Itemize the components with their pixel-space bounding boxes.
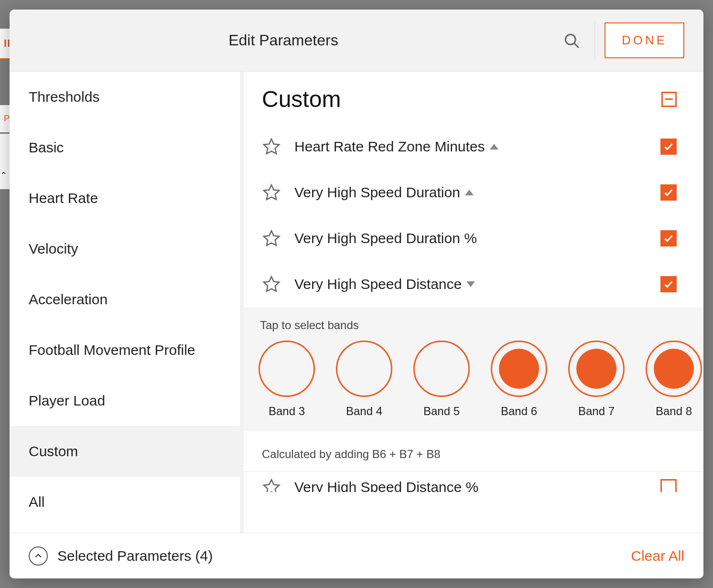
star-icon bbox=[262, 478, 281, 492]
star-icon bbox=[262, 229, 281, 248]
calculation-note: Calculated by adding B6 + B7 + B8 bbox=[244, 434, 703, 472]
sidebar-item-acceleration[interactable]: Acceleration bbox=[10, 274, 240, 325]
parameter-checkbox[interactable] bbox=[660, 139, 677, 155]
sidebar-item-custom[interactable]: Custom bbox=[10, 426, 240, 477]
footer-bar: Selected Parameters (4) Clear All bbox=[10, 533, 703, 578]
search-icon bbox=[563, 32, 580, 49]
section-header: Custom bbox=[244, 72, 703, 124]
band-label: Band 3 bbox=[269, 405, 305, 418]
sidebar-item-thresholds[interactable]: Thresholds bbox=[10, 72, 240, 122]
section-title: Custom bbox=[262, 86, 341, 112]
svg-point-0 bbox=[565, 34, 575, 44]
content-pane: Custom Heart Rate Red Zone Minutes Very … bbox=[244, 72, 703, 533]
sidebar-item-player-load[interactable]: Player Load bbox=[10, 375, 240, 426]
parameter-checkbox[interactable] bbox=[660, 479, 677, 492]
header-divider bbox=[594, 22, 595, 59]
band-circle bbox=[491, 341, 547, 397]
parameter-checkbox[interactable] bbox=[660, 230, 677, 246]
sidebar-item-football-movement-profile[interactable]: Football Movement Profile bbox=[10, 325, 240, 375]
sort-down-icon bbox=[466, 281, 475, 287]
clear-all-button[interactable]: Clear All bbox=[631, 548, 684, 564]
band-circle bbox=[568, 341, 625, 397]
bands-panel: Tap to select bands Band 3 Band 4 Band 5… bbox=[244, 307, 703, 431]
sidebar-item-heart-rate[interactable]: Heart Rate bbox=[10, 173, 240, 224]
edit-parameters-modal: Edit Parameters DONE Thresholds Basic He… bbox=[10, 10, 703, 578]
band-circle bbox=[646, 341, 702, 397]
modal-header: Edit Parameters DONE bbox=[10, 10, 703, 72]
band-label: Band 7 bbox=[578, 405, 615, 418]
parameter-row[interactable]: Heart Rate Red Zone Minutes bbox=[244, 124, 703, 170]
band-label: Band 4 bbox=[346, 405, 382, 418]
collapse-section-button[interactable] bbox=[661, 92, 677, 107]
expand-selected-button[interactable] bbox=[29, 546, 48, 566]
favorite-star-button[interactable] bbox=[262, 229, 281, 248]
parameter-checkbox[interactable] bbox=[660, 184, 677, 201]
parameter-label: Heart Rate Red Zone Minutes bbox=[294, 139, 485, 155]
modal-title: Edit Parameters bbox=[10, 32, 557, 49]
band-6[interactable]: Band 6 bbox=[490, 341, 548, 418]
selected-parameters-label: Selected Parameters (4) bbox=[57, 548, 213, 564]
done-button[interactable]: DONE bbox=[605, 22, 684, 58]
band-label: Band 5 bbox=[423, 405, 460, 418]
parameter-row[interactable]: Very High Speed Distance bbox=[244, 261, 703, 307]
band-circle bbox=[259, 341, 315, 397]
parameter-row[interactable]: Very High Speed Duration bbox=[244, 170, 703, 215]
sidebar-item-all[interactable]: All bbox=[10, 477, 240, 527]
chevron-up-icon bbox=[33, 551, 43, 561]
svg-line-1 bbox=[574, 43, 579, 48]
parameter-row-partial[interactable]: Very High Speed Distance % bbox=[244, 472, 703, 492]
modal-body: Thresholds Basic Heart Rate Velocity Acc… bbox=[10, 72, 703, 533]
band-label: Band 8 bbox=[656, 405, 692, 418]
search-button[interactable] bbox=[557, 26, 586, 55]
parameter-label: Very High Speed Duration bbox=[294, 184, 460, 201]
band-5[interactable]: Band 5 bbox=[413, 341, 470, 418]
star-icon bbox=[262, 137, 281, 156]
check-icon bbox=[663, 141, 674, 152]
bands-row: Band 3 Band 4 Band 5 Band 6 Band 7 Band … bbox=[258, 341, 703, 418]
star-icon bbox=[262, 183, 281, 202]
star-icon bbox=[262, 275, 281, 294]
favorite-star-button[interactable] bbox=[262, 183, 281, 202]
parameter-label: Very High Speed Distance bbox=[294, 276, 462, 292]
band-7[interactable]: Band 7 bbox=[568, 341, 625, 418]
category-sidebar[interactable]: Thresholds Basic Heart Rate Velocity Acc… bbox=[10, 72, 244, 533]
bands-hint: Tap to select bands bbox=[260, 319, 703, 332]
sort-up-icon bbox=[465, 190, 474, 195]
favorite-star-button[interactable] bbox=[262, 275, 281, 294]
parameter-label: Very High Speed Distance % bbox=[294, 479, 478, 492]
band-label: Band 6 bbox=[501, 405, 537, 418]
band-circle bbox=[413, 341, 470, 397]
band-8[interactable]: Band 8 bbox=[645, 341, 702, 418]
parameter-label: Very High Speed Duration % bbox=[294, 230, 477, 246]
favorite-star-button[interactable] bbox=[262, 137, 281, 156]
band-circle bbox=[336, 341, 392, 397]
band-3[interactable]: Band 3 bbox=[258, 341, 315, 418]
parameter-checkbox[interactable] bbox=[660, 276, 677, 292]
minus-icon bbox=[665, 98, 673, 100]
band-4[interactable]: Band 4 bbox=[335, 341, 393, 418]
parameter-row[interactable]: Very High Speed Duration % bbox=[244, 215, 703, 261]
sidebar-item-velocity[interactable]: Velocity bbox=[10, 224, 240, 274]
check-icon bbox=[663, 233, 674, 244]
check-icon bbox=[663, 187, 674, 198]
favorite-star-button[interactable] bbox=[262, 478, 281, 492]
sidebar-item-basic[interactable]: Basic bbox=[10, 122, 240, 173]
check-icon bbox=[663, 279, 674, 289]
sort-up-icon bbox=[490, 144, 498, 150]
